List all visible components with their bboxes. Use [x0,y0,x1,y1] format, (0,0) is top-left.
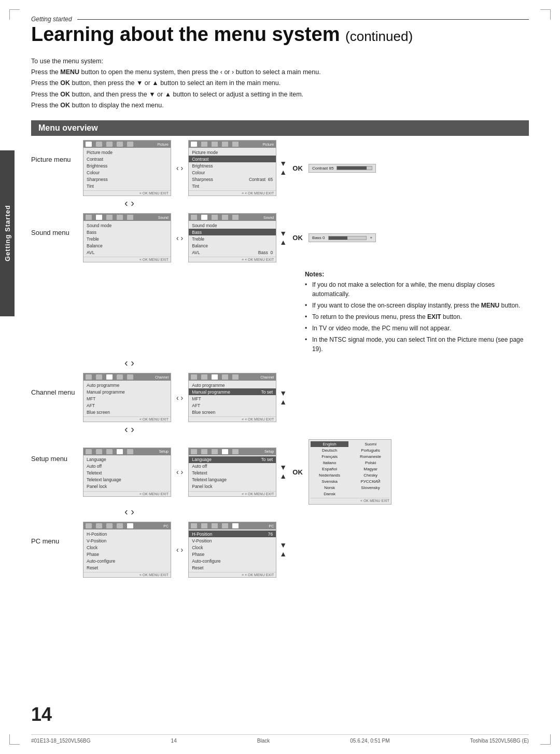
h-arrows-pc: ‹ › [176,546,183,554]
down-arrow-picture-sound: ‹ › [83,197,134,209]
tv-menu-pc-2: PC H-Position76 V-Position Clock Phase A… [188,522,276,578]
ok-label-sound: OK [290,234,305,242]
result-picture: Contrast 85 [309,164,376,173]
corner-tl [9,9,20,20]
h-arrows-sound: ‹ › [176,234,183,242]
intro-line0: To use the menu system: [31,56,529,67]
getting-started-label: Getting started [31,16,529,23]
sections-container: Picture menu Picture [31,140,529,578]
page-number: 14 [31,704,52,725]
h-arrows-channel: ‹ › [176,394,183,402]
page-footer: #01E13-18_1520VL56BG 14 Black 05.6.24, 0… [31,734,529,744]
tv-menu-pc-1: PC H-Position V-Position Clock Phase Aut… [83,522,171,578]
intro-text: To use the menu system: Press the MENU b… [31,56,529,111]
vert-arrows-channel: ▼ ▲ [279,389,287,407]
side-label: Getting Started [0,150,15,316]
footer-left: #01E13-18_1520VL56BG [31,738,91,744]
note-4: In TV or video mode, the PC menu will no… [305,324,529,333]
page: Getting Started Getting started Learning… [0,0,560,754]
intro-line2: Press the OK button, then press the ▼ or… [31,78,529,89]
vert-arrows-setup: ▼ ▲ [279,463,287,481]
intro-line4: Press the OK button to display the next … [31,100,529,111]
down-arrow-sound-channel: ‹ › [83,357,134,369]
vert-arrows-picture: ▼ ▲ [279,159,287,177]
tv-menu-sound-2: Sound Sound mode Bass Treble Balance AVL… [188,213,276,262]
notes-section: Notes: If you do not make a selection fo… [305,271,529,356]
note-3: To return to the previous menu, press th… [305,312,529,322]
note-1: If you do not make a selection for a whi… [305,280,529,299]
ok-label-setup: OK [290,468,305,476]
note-2: If you want to close the on-screen displ… [305,301,529,310]
note-5: In the NTSC signal mode, you can select … [305,335,529,354]
section-sound: Sound menu Sound Sound mode [31,213,529,370]
vert-arrows-pc: ▼ ▲ [279,541,287,558]
result-sound: Bass 0 + [309,233,376,242]
section-pc: PC menu PC H-Position [31,522,529,578]
tv-menu-setup-1: Setup Language Auto off Teletext Teletex… [83,448,171,497]
section-label-sound: Sound menu [31,213,83,236]
intro-line3: Press the OK button, and then press the … [31,89,529,100]
tv-menu-picture-1: Picture Picture mode Contrast Brightness… [83,140,171,196]
footer-page: 14 [171,738,177,744]
notes-list: If you do not make a selection for a whi… [305,280,529,354]
ok-label-picture: OK [290,164,305,172]
intro-line1: Press the MENU button to open the menu s… [31,67,529,78]
corner-bl [9,734,20,745]
section-channel: Channel menu Channel Auto progr [31,373,529,436]
vert-arrows-sound: ▼ ▲ [279,229,287,247]
h-arrows-picture: ‹ › [176,164,183,172]
corner-br [540,734,551,745]
down-arrow-setup-pc: ‹ › [83,506,134,518]
corner-tr [540,9,551,20]
tv-menu-picture-2: Picture Picture mode Contrast Brightness… [188,140,276,196]
section-label-pc: PC menu [31,522,83,545]
lang-grid: English Suomi Deutsch Português Français… [309,439,391,505]
tv-menu-channel-1: Channel Auto programme Manual programme … [83,373,171,422]
footer-color: Black [257,738,270,744]
section-picture: Picture menu Picture [31,140,529,210]
section-label-picture: Picture menu [31,140,83,163]
section-label-channel: Channel menu [31,373,83,396]
section-label-setup: Setup menu [31,439,83,463]
tv-menu-sound-1: Sound Sound mode Bass Treble Balance AVL… [83,213,171,262]
tv-menu-setup-2: Setup LanguageTo set Auto off Teletext T… [188,448,276,497]
footer-model: Toshiba 1520VL56BG (E) [470,738,529,744]
down-arrow-channel-setup: ‹ › [83,423,134,435]
tv-menu-channel-2: Channel Auto programme Manual programmeT… [188,373,276,422]
h-arrows-setup: ‹ › [176,468,183,476]
footer-date: 05.6.24, 0:51 PM [350,738,389,744]
notes-title: Notes: [305,271,529,278]
section-setup: Setup menu Setup Language [31,439,529,519]
page-title: Learning about the menu system (continue… [31,24,529,46]
menu-overview-bar: Menu overview [31,120,529,136]
